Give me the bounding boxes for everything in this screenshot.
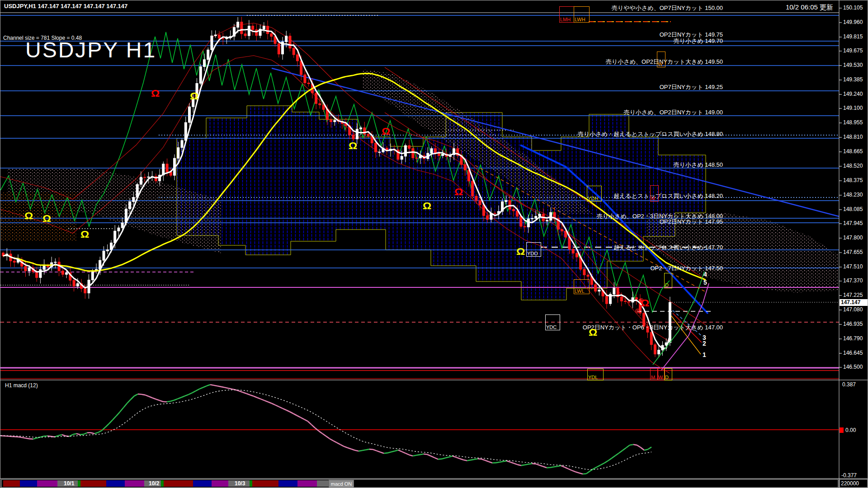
macd-toggle-button[interactable]: macd ON — [329, 480, 354, 488]
pivot-box-lwl: LWL — [574, 279, 590, 294]
price-axis-label: 146.935 — [843, 321, 863, 327]
pivot-box-label: YDO — [527, 251, 538, 256]
volume-scale-label: 220000 — [841, 480, 859, 487]
pivot-box-ydl: YDL — [587, 369, 604, 380]
price-axis-label: 146.500 — [843, 364, 863, 370]
session-segment — [297, 480, 317, 487]
session-segment — [78, 480, 80, 487]
op-level-annotation: 売り小さめ・超えるとストップロス買い小さめ 148.80 — [578, 130, 723, 138]
wave-count-digit: 5 — [703, 279, 707, 286]
omega-signal-icon: Ω — [382, 128, 390, 135]
pivot-box-label: W — [658, 375, 663, 380]
op-level-annotation: 売り小さめ 149.70 — [674, 37, 723, 45]
op-level-annotation: 売り小さめ 148.50 — [674, 161, 723, 169]
op-level-annotation: OP7日NYカット 149.25 — [660, 83, 723, 91]
wave-count-digit: 1 — [703, 351, 706, 358]
session-segment — [212, 480, 228, 487]
ichimoku-cloud-orange — [1, 192, 77, 241]
price-axis-label: 148.810 — [843, 134, 863, 140]
price-axis-label: 146.645 — [843, 350, 863, 356]
omega-signal-icon: Ω — [80, 231, 89, 238]
session-segment — [164, 480, 193, 487]
price-axis-label: 149.100 — [843, 105, 863, 111]
price-axis-label: 148.520 — [843, 163, 863, 169]
pivot-box-label: YDH — [587, 196, 598, 201]
omega-signal-icon: Ω — [42, 215, 51, 222]
omega-signal-icon: Ω — [151, 90, 160, 97]
session-segment — [37, 480, 57, 487]
current-price-tag: 147.147 — [840, 299, 868, 306]
price-axis-label: 150.105 — [843, 5, 863, 11]
pivot-box-label: M — [651, 196, 655, 201]
macd-zero-marker — [840, 427, 844, 433]
price-axis-label: 149.960 — [843, 19, 863, 25]
price-axis-label: 146.790 — [843, 335, 863, 342]
pivot-box-lmh: LMH — [559, 6, 574, 23]
session-segment — [20, 480, 37, 487]
macd-axis-max: 0.387 — [842, 381, 856, 388]
session-segment — [106, 480, 125, 487]
circled-cross-icon: ⊕ — [638, 298, 644, 303]
price-axis-label: 148.375 — [843, 177, 863, 183]
macd-axis-zero: 0.00 — [845, 427, 856, 433]
price-axis-label: 148.955 — [843, 119, 863, 126]
price-axis-label: 147.800 — [843, 235, 863, 241]
wave-count-digit: 2 — [703, 340, 706, 347]
macd-axis-min: -0.377 — [841, 472, 857, 479]
macd-indicator-label: H1 macd (12) — [5, 382, 38, 389]
price-chart-canvas[interactable] — [0, 0, 868, 488]
wave-count-digit: 4 — [703, 271, 707, 278]
pivot-box-ydo: YDO — [526, 242, 541, 257]
price-axis-label: 149.815 — [843, 33, 863, 40]
price-axis-label: 147.370 — [843, 277, 863, 284]
pivot-box-lwh: LWH — [574, 6, 590, 23]
circled-cross-icon: ⊕ — [635, 308, 641, 314]
price-axis-label: 148.230 — [843, 192, 863, 198]
op-level-annotation: 売りやや小さめ、OP7日NYカット 150.00 — [612, 4, 723, 12]
price-axis-label: 148.665 — [843, 148, 863, 155]
pivot-box-d: D — [664, 273, 672, 288]
date-label: 10/2 — [149, 480, 159, 487]
price-axis-label: 149.675 — [843, 47, 863, 54]
op-level-annotation: OP2日NYカット・OP6・8日NYカット大きめ 147.00 — [583, 324, 723, 332]
pivot-box-label: LWH — [574, 17, 585, 22]
pivot-box-d: D — [664, 368, 672, 380]
session-segment — [125, 480, 144, 487]
session-segment — [193, 480, 212, 487]
date-label: 10/3 — [235, 480, 245, 487]
price-axis-label: 147.080 — [843, 306, 863, 313]
pivot-box-label: D — [665, 282, 669, 288]
session-segment — [3, 480, 20, 487]
price-axis-label: 147.945 — [843, 220, 863, 226]
pivot-box-label: YDL — [588, 375, 598, 380]
session-segment — [80, 480, 106, 487]
price-axis-label: 149.530 — [843, 62, 863, 68]
op-level-annotation: OP2日NYカット 147.95 — [660, 218, 723, 226]
omega-signal-icon: Ω — [24, 212, 33, 220]
price-axis-label: 149.385 — [843, 76, 863, 83]
last-updated-timestamp: 10/2 06:05 更新 — [786, 3, 833, 12]
op-level-annotation: 超えるとストップロス買い小さめ 148.20 — [613, 192, 723, 200]
pivot-box-ydc: YDC — [545, 314, 560, 330]
pivot-box-label: LWL — [574, 288, 585, 294]
op-level-annotation: OP2・7日NYカット 147.50 — [650, 264, 723, 272]
omega-signal-icon: Ω — [423, 202, 431, 210]
omega-signal-icon: Ω — [589, 329, 597, 336]
omega-signal-icon: Ω — [190, 93, 198, 100]
mt4-chart-window: USDJPY,H1 147.147 147.147 147.147 147.14… — [0, 0, 868, 488]
omega-signal-icon: Ω — [349, 142, 357, 150]
pivot-box-m: M — [650, 185, 659, 202]
session-segment — [250, 480, 252, 487]
price-axis-label: 147.655 — [843, 249, 863, 255]
date-label: 10/1 — [64, 480, 74, 487]
pivot-box-w: W — [657, 52, 665, 67]
pivot-box-label: W — [657, 61, 662, 67]
omega-signal-icon: Ω — [516, 248, 525, 255]
price-axis-label: 148.085 — [843, 206, 863, 212]
op-level-annotation: 超えるとストップロス買い小さめ 147.70 — [613, 244, 723, 252]
pivot-box-label: D — [665, 375, 669, 380]
pivot-box-label: YDC — [546, 324, 557, 330]
session-segment — [252, 480, 278, 487]
op-level-annotation: 売り小さめ、OP2日NYカット 149.00 — [624, 108, 723, 117]
price-axis-label: 147.225 — [843, 292, 863, 298]
